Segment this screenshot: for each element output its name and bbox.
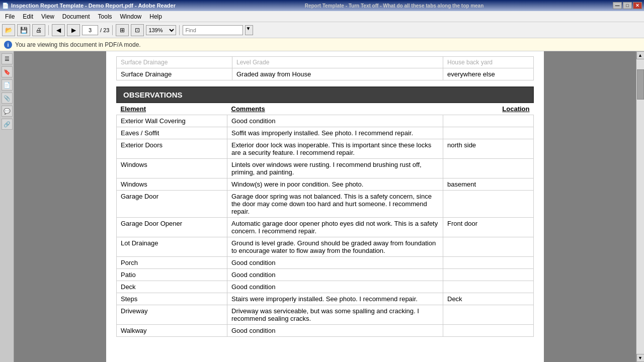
obs-location-9 — [443, 269, 534, 281]
zoom-fit-button[interactable]: ⊞ — [116, 24, 129, 36]
sidebar-nav-icon[interactable]: ☰ — [2, 53, 13, 64]
right-scrollbar: ▲ ▼ — [636, 51, 644, 362]
obs-element-5: Garage Door — [117, 191, 227, 218]
scroll-thumb[interactable] — [637, 69, 644, 100]
menu-edit[interactable]: Edit — [20, 12, 36, 21]
menu-file[interactable]: File — [2, 12, 18, 21]
top-table-cell-element-2: Surface Drainage — [117, 68, 232, 80]
obs-comments-6: Automatic garage door opener photo eyes … — [227, 218, 443, 237]
prev-page-button[interactable]: ◀ — [52, 24, 65, 36]
page-number-input[interactable] — [82, 25, 98, 35]
table-row: StepsStairs were improperly installed. S… — [117, 293, 534, 305]
table-row: Exterior DoorsExterior door lock was ino… — [117, 139, 534, 159]
open-button[interactable]: 📂 — [2, 24, 15, 36]
find-dropdown-button[interactable]: ▼ — [245, 25, 253, 35]
minimize-button[interactable]: — — [613, 2, 622, 9]
obs-element-3: Windows — [117, 159, 227, 178]
table-row: Eaves / SoffitSoffit was improperly inst… — [117, 127, 534, 139]
obs-element-13: Walkway — [117, 325, 227, 337]
table-row: Surface Drainage Graded away from House … — [117, 68, 534, 80]
obs-location-10 — [443, 281, 534, 293]
table-row: Garage Door OpenerAutomatic garage door … — [117, 218, 534, 237]
col-header-location: Location — [443, 103, 534, 115]
obs-location-5 — [443, 191, 534, 218]
obs-comments-5: Garage door spring was not balanced. Thi… — [227, 191, 443, 218]
obs-element-6: Garage Door Opener — [117, 218, 227, 237]
obs-element-9: Patio — [117, 269, 227, 281]
obs-location-4: basement — [443, 178, 534, 191]
find-input[interactable] — [183, 25, 243, 35]
sidebar-page-icon[interactable]: 📄 — [2, 79, 13, 90]
title-bar-left: 📄 Inspection Report Template - Demo Repo… — [2, 3, 176, 9]
table-row: WindowsLintels over windows were rusting… — [117, 159, 534, 178]
obs-comments-9: Good condition — [227, 269, 443, 281]
sidebar-link-icon[interactable]: 🔗 — [2, 119, 13, 130]
obs-comments-4: Window(s) were in poor condition. See ph… — [227, 178, 443, 191]
obs-element-1: Eaves / Soffit — [117, 127, 227, 139]
obs-element-4: Windows — [117, 178, 227, 191]
window-controls[interactable]: — □ ✕ — [613, 2, 642, 9]
obs-location-7 — [443, 237, 534, 257]
table-header-row: Element Comments Location — [117, 103, 534, 115]
obs-location-11: Deck — [443, 293, 534, 305]
table-row: DrivewayDriveway was serviceable, but wa… — [117, 305, 534, 325]
observations-table: Element Comments Location Exterior Wall … — [116, 103, 534, 337]
scroll-up-button[interactable]: ▲ — [636, 51, 645, 59]
zoom-select[interactable]: 139% — [146, 25, 176, 35]
table-row: Surface Drainage Level Grade House back … — [117, 57, 534, 68]
obs-location-13 — [443, 325, 534, 337]
top-table-cell-comment-2: Graded away from House — [232, 68, 443, 80]
table-row: WalkwayGood condition — [117, 325, 534, 337]
main-container: ☰ 🔖 📄 📎 💬 🔗 Surface Drainage Level Grade… — [0, 51, 644, 362]
toolbar: 📂 💾 🖨 ◀ ▶ / 23 ⊞ ⊡ 139% ▼ — [0, 22, 644, 38]
title-bar: 📄 Inspection Report Template - Demo Repo… — [0, 0, 644, 11]
col-header-comments: Comments — [227, 103, 443, 115]
menu-bar: File Edit View Document Tools Window Hel… — [0, 11, 644, 22]
obs-comments-8: Good condition — [227, 257, 443, 269]
info-text: You are viewing this document in PDF/A m… — [15, 41, 141, 48]
separator-3 — [179, 25, 180, 35]
page-of-label: / 23 — [100, 27, 109, 33]
top-table-cell-element-1: Surface Drainage — [117, 57, 232, 68]
menu-document[interactable]: Document — [59, 12, 93, 21]
obs-comments-12: Driveway was serviceable, but was some s… — [227, 305, 443, 325]
menu-help[interactable]: Help — [146, 12, 165, 21]
table-row: Exterior Wall CoveringGood condition — [117, 115, 534, 127]
menu-tools[interactable]: Tools — [95, 12, 115, 21]
zoom-actual-button[interactable]: ⊡ — [131, 24, 144, 36]
top-table-cell-comment-1: Level Grade — [232, 57, 443, 68]
obs-element-2: Exterior Doors — [117, 139, 227, 159]
separator-2 — [112, 25, 113, 35]
top-links: Report Template - Turn Text off - What d… — [305, 3, 484, 9]
maximize-button[interactable]: □ — [623, 2, 632, 9]
close-button[interactable]: ✕ — [633, 2, 642, 9]
info-bar: i You are viewing this document in PDF/A… — [0, 38, 644, 51]
obs-comments-7: Ground is level grade. Ground should be … — [227, 237, 443, 257]
obs-comments-10: Good condition — [227, 281, 443, 293]
scroll-track[interactable] — [636, 59, 645, 354]
menu-view[interactable]: View — [38, 12, 57, 21]
obs-location-0 — [443, 115, 534, 127]
obs-element-7: Lot Drainage — [117, 237, 227, 257]
table-row: DeckGood condition — [117, 281, 534, 293]
save-button[interactable]: 💾 — [17, 24, 30, 36]
window-title: Inspection Report Template - Demo Report… — [11, 3, 176, 9]
table-row: Garage DoorGarage door spring was not ba… — [117, 191, 534, 218]
obs-location-3 — [443, 159, 534, 178]
sidebar-attach-icon[interactable]: 📎 — [2, 93, 13, 104]
info-icon: i — [4, 41, 12, 49]
table-row: WindowsWindow(s) were in poor condition.… — [117, 178, 534, 191]
print-button[interactable]: 🖨 — [32, 24, 45, 36]
next-page-button[interactable]: ▶ — [67, 24, 80, 36]
sidebar-comment-icon[interactable]: 💬 — [2, 106, 13, 117]
table-row: Lot DrainageGround is level grade. Groun… — [117, 237, 534, 257]
obs-location-2: north side — [443, 139, 534, 159]
obs-comments-2: Exterior door lock was inoperable. This … — [227, 139, 443, 159]
menu-window[interactable]: Window — [117, 12, 145, 21]
sidebar-bookmark-icon[interactable]: 🔖 — [2, 66, 13, 77]
scroll-down-button[interactable]: ▼ — [636, 354, 645, 362]
col-header-element: Element — [117, 103, 227, 115]
obs-element-0: Exterior Wall Covering — [117, 115, 227, 127]
document-content: Surface Drainage Level Grade House back … — [106, 51, 544, 362]
table-row: PorchGood condition — [117, 257, 534, 269]
